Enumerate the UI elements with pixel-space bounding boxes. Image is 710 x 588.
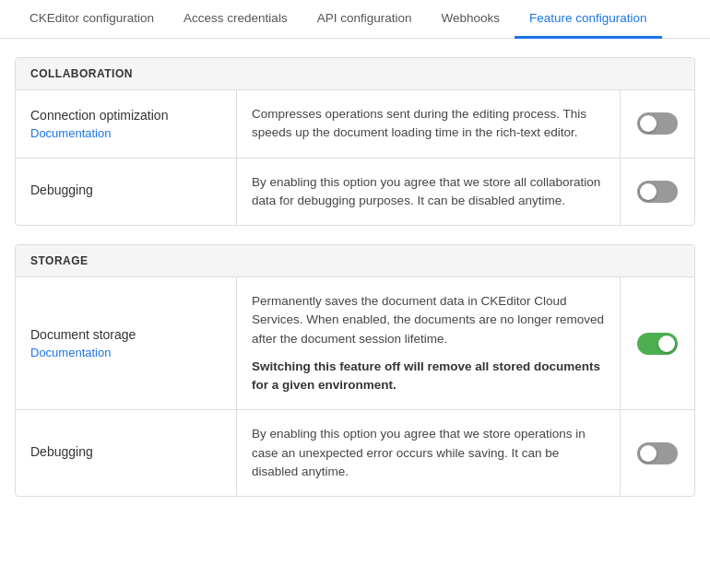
feature-label-connection-optimization: Connection optimizationDocumentation [16,90,237,158]
tab-api-configuration[interactable]: API configuration [302,0,427,39]
feature-label-document-storage: Document storageDocumentation [16,277,237,409]
feature-desc-document-storage: Permanently saves the document data in C… [237,277,621,409]
feature-row-collaboration-debugging: DebuggingBy enabling this option you agr… [16,159,694,226]
feature-name-collaboration-debugging: Debugging [30,182,221,197]
feature-toggle-col-connection-optimization [621,98,694,149]
feature-label-collaboration-debugging: Debugging [16,159,237,226]
toggle-track-storage-debugging [637,442,678,465]
toggle-thumb-connection-optimization [640,115,657,132]
feature-row-storage-debugging: DebuggingBy enabling this option you agr… [16,410,694,496]
tab-access-credentials[interactable]: Access credentials [169,0,302,39]
section-header-collaboration: COLLABORATION [16,58,694,90]
feature-desc-collaboration-debugging: By enabling this option you agree that w… [237,159,621,226]
feature-name-storage-debugging: Debugging [30,444,221,459]
feature-label-storage-debugging: Debugging [16,410,237,496]
feature-name-document-storage: Document storage [30,327,221,342]
toggle-connection-optimization[interactable] [637,112,678,135]
tab-bar: CKEditor configurationAccess credentials… [0,0,710,39]
feature-row-document-storage: Document storageDocumentationPermanently… [16,277,694,410]
section-storage: STORAGEDocument storageDocumentationPerm… [15,244,695,497]
feature-toggle-col-collaboration-debugging [621,166,694,218]
feature-warning-document-storage: Switching this feature off will remove a… [252,358,605,395]
section-header-storage: STORAGE [16,245,694,277]
toggle-collaboration-debugging[interactable] [637,181,678,203]
toggle-storage-debugging[interactable] [637,442,678,465]
toggle-track-collaboration-debugging [637,181,678,203]
toggle-thumb-collaboration-debugging [640,183,657,200]
toggle-thumb-storage-debugging [640,445,657,462]
feature-doc-link-document-storage[interactable]: Documentation [30,346,221,359]
toggle-document-storage[interactable] [637,333,678,355]
feature-doc-link-connection-optimization[interactable]: Documentation [30,126,221,140]
main-content: COLLABORATIONConnection optimizationDocu… [0,39,710,534]
feature-desc-storage-debugging: By enabling this option you agree that w… [237,410,621,496]
toggle-track-document-storage [637,333,678,355]
feature-name-connection-optimization: Connection optimization [30,108,221,123]
tab-ckeditor-config[interactable]: CKEditor configuration [15,0,169,39]
toggle-thumb-document-storage [658,335,675,352]
feature-desc-connection-optimization: Compresses operations sent during the ed… [237,90,621,158]
feature-row-connection-optimization: Connection optimizationDocumentationComp… [16,90,694,159]
feature-toggle-col-storage-debugging [621,428,694,479]
tab-feature-configuration[interactable]: Feature configuration [515,0,662,39]
section-collaboration: COLLABORATIONConnection optimizationDocu… [15,57,695,226]
toggle-track-connection-optimization [637,112,678,135]
tab-webhooks[interactable]: Webhooks [426,0,515,39]
feature-toggle-col-document-storage [621,318,694,370]
